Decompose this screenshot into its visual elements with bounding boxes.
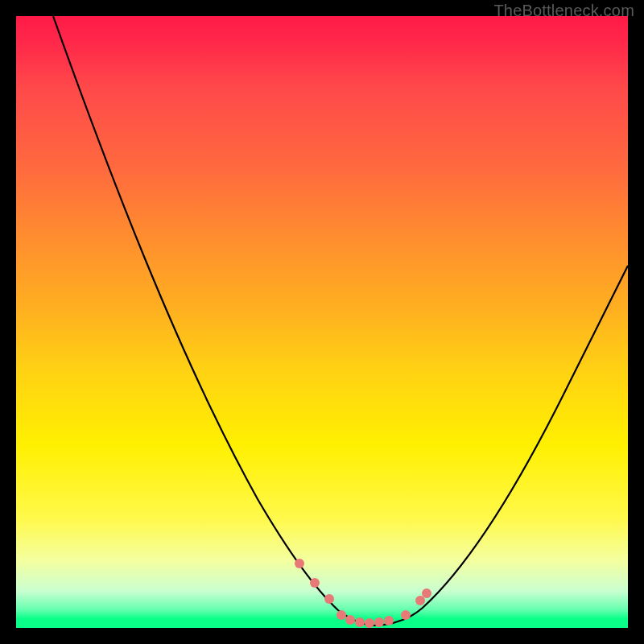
svg-point-0 (295, 559, 304, 568)
svg-point-7 (374, 617, 384, 627)
svg-point-8 (384, 616, 394, 625)
chart-frame: TheBottleneck.com (0, 0, 644, 644)
marker-dots (295, 559, 431, 628)
right-v-curve (374, 266, 628, 625)
svg-point-4 (345, 615, 355, 625)
watermark-text: TheBottleneck.com (493, 2, 634, 20)
svg-point-11 (422, 588, 431, 598)
svg-point-6 (365, 618, 374, 628)
plot-area (16, 16, 628, 628)
svg-point-3 (336, 610, 346, 620)
svg-point-1 (310, 578, 320, 588)
left-v-curve (53, 16, 374, 625)
svg-point-5 (355, 617, 365, 627)
svg-point-9 (401, 610, 411, 620)
svg-point-2 (324, 594, 334, 604)
svg-point-10 (415, 596, 425, 605)
curve-layer (16, 16, 628, 628)
